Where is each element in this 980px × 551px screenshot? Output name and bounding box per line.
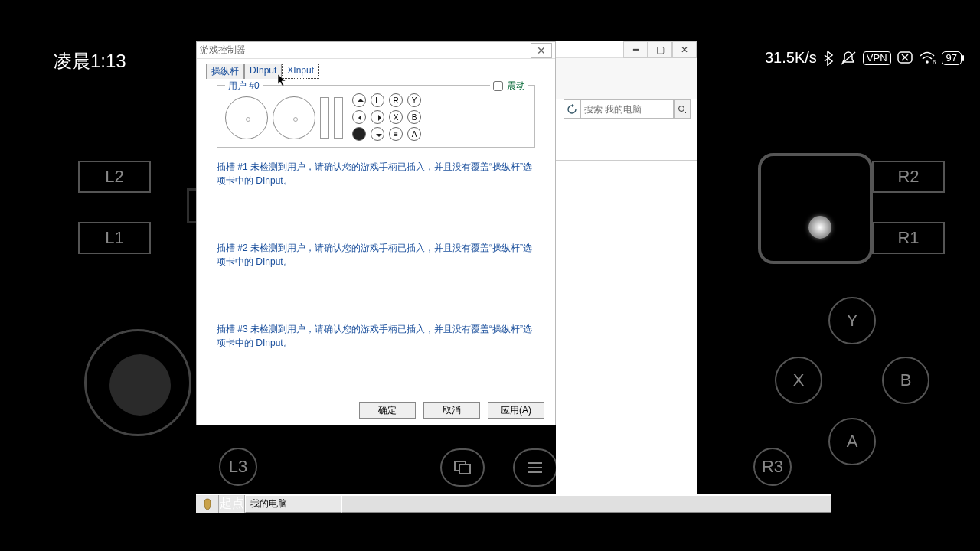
refresh-button[interactable] bbox=[564, 99, 580, 119]
dpad-up-icon bbox=[352, 93, 366, 107]
diagram-right-stick bbox=[273, 96, 315, 139]
dpad-left-icon bbox=[352, 110, 366, 124]
tab-joystick[interactable]: 操纵杆 bbox=[206, 64, 244, 79]
explorer-window: ━ ▢ ✕ bbox=[556, 41, 697, 501]
apply-button[interactable]: 应用(A) bbox=[488, 402, 544, 419]
x-button[interactable]: X bbox=[775, 357, 822, 404]
status-right: 31.5K/s VPN 6 97 bbox=[765, 49, 962, 67]
taskbar: 起点 我的电脑 bbox=[196, 494, 831, 513]
svg-rect-7 bbox=[459, 465, 470, 474]
r3-button[interactable]: R3 bbox=[753, 448, 792, 486]
explorer-titlebar: ━ ▢ ✕ bbox=[556, 41, 697, 58]
b-button[interactable]: B bbox=[882, 357, 929, 404]
refresh-icon bbox=[567, 104, 577, 115]
battery-icon: 97 bbox=[942, 51, 962, 65]
explorer-search bbox=[564, 99, 691, 119]
diagram-l-label: L bbox=[371, 93, 384, 107]
a-button[interactable]: A bbox=[828, 418, 876, 465]
maximize-button[interactable]: ▢ bbox=[648, 41, 672, 58]
menu-button[interactable] bbox=[513, 448, 557, 487]
l3-button[interactable]: L3 bbox=[219, 448, 257, 486]
cancel-button[interactable]: 取消 bbox=[423, 402, 480, 419]
tab-xinput[interactable]: XInput bbox=[282, 64, 319, 79]
explorer-toolbar bbox=[556, 58, 697, 99]
recents-button[interactable] bbox=[440, 448, 485, 487]
minimize-button[interactable]: ━ bbox=[623, 41, 648, 58]
diagram-a-label: A bbox=[407, 127, 421, 141]
hamburger-icon bbox=[527, 461, 544, 474]
right-touchpad[interactable] bbox=[758, 153, 873, 264]
diagram-start-icon: ≡ bbox=[389, 127, 403, 141]
vibrate-input[interactable] bbox=[493, 81, 503, 91]
pad-diagram: L R Y X B ≡ A bbox=[222, 90, 530, 145]
l2-button[interactable]: L2 bbox=[78, 161, 151, 193]
recents-icon bbox=[453, 460, 472, 475]
l1-button[interactable]: L1 bbox=[78, 222, 151, 254]
vpn-icon: VPN bbox=[863, 51, 891, 65]
svg-text:6: 6 bbox=[933, 59, 936, 65]
diagram-back-icon bbox=[352, 127, 366, 141]
wifi-icon: 6 bbox=[919, 51, 936, 65]
close-button[interactable]: ✕ bbox=[672, 41, 697, 58]
taskbar-item[interactable]: 我的电脑 bbox=[245, 495, 341, 513]
slot1-message: 插槽 #1 未检测到用户，请确认您的游戏手柄已插入，并且没有覆盖“操纵杆”选项卡… bbox=[217, 160, 535, 187]
left-analog-stick[interactable] bbox=[84, 329, 191, 436]
status-time: 凌晨1:13 bbox=[54, 49, 126, 73]
search-go-button[interactable] bbox=[674, 99, 691, 119]
touchpad-cursor bbox=[808, 216, 831, 239]
explorer-divider bbox=[556, 160, 697, 161]
left-stick-thumb bbox=[109, 354, 171, 416]
game-controllers-dialog: 游戏控制器 ✕ 操纵杆 DInput XInput 用户 #0 震动 L R Y bbox=[196, 41, 556, 425]
diagram-y-label: Y bbox=[407, 93, 421, 107]
svg-line-12 bbox=[684, 111, 686, 113]
vibrate-checkbox[interactable]: 震动 bbox=[490, 80, 528, 93]
ok-button[interactable]: 确定 bbox=[359, 402, 416, 419]
group-legend: 用户 #0 bbox=[225, 80, 263, 93]
dialog-tabs: 操纵杆 DInput XInput bbox=[197, 59, 555, 79]
mute-icon bbox=[840, 51, 857, 66]
diagram-r-label: R bbox=[389, 93, 403, 107]
r2-button[interactable]: R2 bbox=[872, 161, 945, 193]
y-button[interactable]: Y bbox=[828, 297, 876, 344]
r1-button[interactable]: R1 bbox=[872, 222, 945, 254]
svg-point-4 bbox=[926, 60, 929, 64]
slot2-message: 插槽 #2 未检测到用户，请确认您的游戏手柄已插入，并且没有覆盖“操纵杆”选项卡… bbox=[217, 241, 535, 269]
diagram-left-stick bbox=[225, 96, 268, 139]
dialog-buttons: 确定 取消 应用(A) bbox=[359, 402, 544, 419]
status-netspeed: 31.5K/s bbox=[765, 49, 817, 67]
bluetooth-icon bbox=[823, 51, 834, 66]
dpad-right-icon bbox=[371, 110, 384, 124]
dpad-down-icon bbox=[371, 127, 384, 141]
nosim-icon bbox=[897, 51, 913, 65]
tab-dinput[interactable]: DInput bbox=[244, 64, 282, 79]
slot3-message: 插槽 #3 未检测到用户，请确认您的游戏手柄已插入，并且没有覆盖“操纵杆”选项卡… bbox=[217, 322, 535, 350]
dialog-titlebar[interactable]: 游戏控制器 ✕ bbox=[197, 42, 555, 59]
taskbar-label: 起点 bbox=[219, 495, 245, 513]
start-button[interactable] bbox=[196, 495, 219, 513]
taskbar-space bbox=[341, 495, 831, 513]
explorer-column-divider bbox=[596, 119, 596, 501]
dialog-close-button[interactable]: ✕ bbox=[531, 43, 552, 58]
diagram-x-label: X bbox=[389, 110, 403, 124]
vibrate-label: 震动 bbox=[507, 80, 525, 91]
diagram-lt-bar bbox=[320, 97, 329, 139]
start-icon bbox=[202, 498, 213, 510]
svg-point-11 bbox=[679, 106, 684, 111]
diagram-rt-bar bbox=[334, 97, 343, 139]
diagram-b-label: B bbox=[407, 110, 421, 124]
diagram-buttons: L R Y X B ≡ A bbox=[352, 93, 443, 142]
dialog-title: 游戏控制器 bbox=[200, 44, 246, 57]
search-icon bbox=[678, 105, 687, 114]
search-input[interactable] bbox=[580, 99, 674, 119]
user0-group: 用户 #0 震动 L R Y X B ≡ bbox=[217, 85, 535, 148]
